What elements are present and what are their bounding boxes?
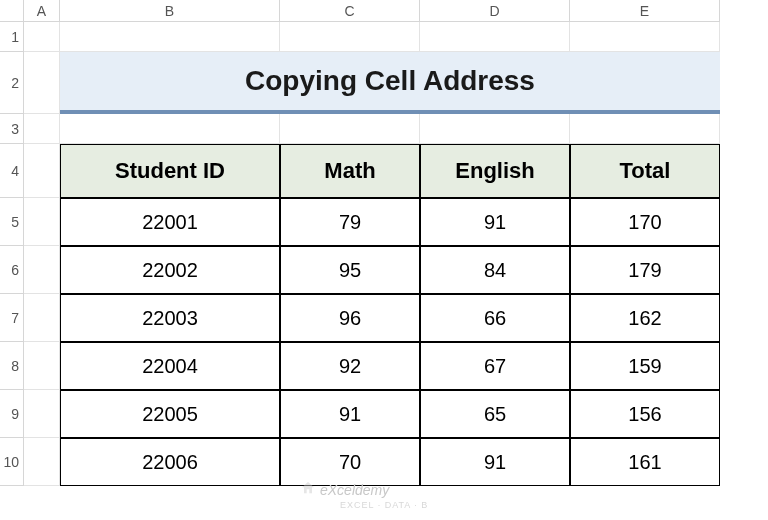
table-cell[interactable]: 92 [280,342,420,390]
table-cell[interactable]: 65 [420,390,570,438]
cell-A6[interactable] [24,246,60,294]
row-header-10[interactable]: 10 [0,438,24,486]
col-header-C[interactable]: C [280,0,420,22]
watermark-subtext: EXCEL · DATA · B [340,500,428,510]
col-header-B[interactable]: B [60,0,280,22]
table-cell[interactable]: 22003 [60,294,280,342]
table-header-student-id[interactable]: Student ID [60,144,280,198]
table-cell[interactable]: 91 [420,198,570,246]
cell-C1[interactable] [280,22,420,52]
table-cell[interactable]: 22005 [60,390,280,438]
table-header-english[interactable]: English [420,144,570,198]
row-header-7[interactable]: 7 [0,294,24,342]
cell-A2[interactable] [24,52,60,114]
col-header-A[interactable]: A [24,0,60,22]
table-cell[interactable]: 66 [420,294,570,342]
table-cell[interactable]: 91 [280,390,420,438]
cell-E3[interactable] [570,114,720,144]
table-cell[interactable]: 84 [420,246,570,294]
table-header-math[interactable]: Math [280,144,420,198]
spreadsheet-grid[interactable]: A B C D E 1 2 3 4 5 6 7 8 9 10 Copying C… [0,0,768,486]
cell-A1[interactable] [24,22,60,52]
col-header-E[interactable]: E [570,0,720,22]
cell-A3[interactable] [24,114,60,144]
row-header-3[interactable]: 3 [0,114,24,144]
cell-A9[interactable] [24,390,60,438]
table-cell[interactable]: 156 [570,390,720,438]
row-header-5[interactable]: 5 [0,198,24,246]
row-header-8[interactable]: 8 [0,342,24,390]
select-all-corner[interactable] [0,0,24,22]
cell-A5[interactable] [24,198,60,246]
table-cell[interactable]: 179 [570,246,720,294]
cell-D3[interactable] [420,114,570,144]
table-cell[interactable]: 162 [570,294,720,342]
table-cell[interactable]: 22001 [60,198,280,246]
table-cell[interactable]: 70 [280,438,420,486]
table-cell[interactable]: 91 [420,438,570,486]
row-header-1[interactable]: 1 [0,22,24,52]
col-header-D[interactable]: D [420,0,570,22]
row-header-2[interactable]: 2 [0,52,24,114]
cell-A10[interactable] [24,438,60,486]
row-header-6[interactable]: 6 [0,246,24,294]
table-cell[interactable]: 22004 [60,342,280,390]
cell-D1[interactable] [420,22,570,52]
title-cell[interactable]: Copying Cell Address [60,52,720,114]
table-cell[interactable]: 159 [570,342,720,390]
table-header-total[interactable]: Total [570,144,720,198]
cell-E1[interactable] [570,22,720,52]
table-cell[interactable]: 96 [280,294,420,342]
table-cell[interactable]: 161 [570,438,720,486]
cell-A7[interactable] [24,294,60,342]
table-cell[interactable]: 67 [420,342,570,390]
row-header-9[interactable]: 9 [0,390,24,438]
table-cell[interactable]: 79 [280,198,420,246]
cell-C3[interactable] [280,114,420,144]
cell-B3[interactable] [60,114,280,144]
table-cell[interactable]: 22002 [60,246,280,294]
table-cell[interactable]: 95 [280,246,420,294]
cell-B1[interactable] [60,22,280,52]
cell-A8[interactable] [24,342,60,390]
row-header-4[interactable]: 4 [0,144,24,198]
cell-A4[interactable] [24,144,60,198]
table-cell[interactable]: 170 [570,198,720,246]
table-cell[interactable]: 22006 [60,438,280,486]
